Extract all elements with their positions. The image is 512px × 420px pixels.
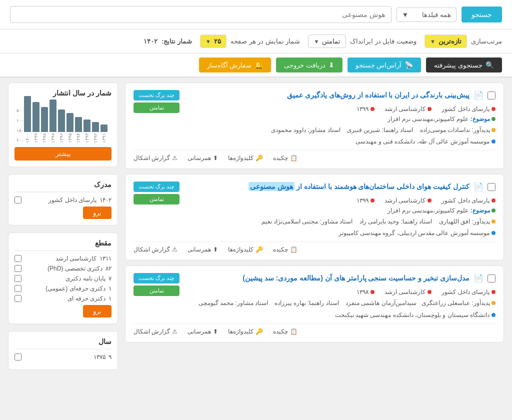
complete-badge[interactable]: تمامتن [134, 194, 180, 204]
y-label: ۲۰۰ [16, 138, 24, 143]
year-checkbox[interactable] [14, 354, 22, 360]
keywords-action[interactable]: 🔑 کلیدواژه‌ها [228, 246, 263, 253]
degree-filter-title: مدرک [14, 180, 112, 192]
status-dropdown-arrow: ▼ [314, 38, 319, 44]
card-actions: ⚠ گزارش اشکال ⬆ همرسانی 🔑 کلیدواژه‌ها 📋 … [134, 242, 496, 253]
fields-dropdown[interactable]: همه فیلدها ▼ [396, 8, 456, 22]
result-card: چند برگ نخست تمامتن 📄 پیش‌بینی بارندگی د… [125, 82, 504, 169]
level-checkbox[interactable] [14, 275, 22, 282]
card-title-row: 📄 پیش‌بینی بارندگی در ایران با استفاده ا… [134, 90, 496, 100]
result-card: چند برگ نخست تمامتن 📄 کنترل کیفیت هوای د… [125, 174, 504, 260]
author-text: پدیدآور: عباسعلی زراعتگری [422, 300, 490, 306]
keywords-label: کلیدواژه‌ها [228, 246, 254, 253]
advanced-search-button[interactable]: 🔍 جستجوی پیشرفته [426, 58, 502, 72]
filter-item: ۷ پایان نامه دکتری [14, 275, 112, 282]
level-go-button[interactable]: برو [83, 305, 112, 318]
institute-dot [492, 313, 496, 317]
search-input[interactable] [10, 6, 392, 23]
degree-filter-card: مدرک ۱۴۰۲ پارسای داخل کشور برو [8, 174, 118, 226]
y-label: ۵۰ [16, 108, 24, 113]
year-value: ۱۳۷۵ [94, 354, 106, 360]
chart-bar-item: ۱۴۰۰ [24, 96, 31, 143]
status-dropdown[interactable]: تمامتن ▼ [308, 34, 346, 48]
level-checkbox[interactable] [14, 255, 22, 262]
year-text: ۱۳۹۹ [356, 106, 368, 112]
keywords-action[interactable]: 🔑 کلیدواژه‌ها [228, 328, 263, 335]
card-title[interactable]: پیش‌بینی بارندگی در ایران با استفاده از … [134, 90, 470, 100]
perpage-dropdown[interactable]: ۲۵ ▼ [200, 34, 226, 48]
status-value: تمامتن [322, 38, 340, 45]
sort-filter-group: مرتب‌سازی تازه‌ترین ▼ [424, 34, 502, 48]
author-dot [492, 301, 496, 305]
share-icon: ⬆ [213, 154, 218, 162]
level-label: کارشناسی ارشد [56, 255, 96, 262]
institute-text: موسسه آموزش عالی آل طه، دانشکده فنی و مه… [356, 138, 490, 145]
result-count-label: شمار نتایج: [162, 38, 192, 45]
abstract-icon: 📋 [290, 246, 298, 253]
location-meta: پارسای داخل کشور [442, 288, 496, 296]
chart-bar [100, 124, 108, 132]
more-button[interactable]: بیشتر [14, 147, 112, 160]
card-checkbox[interactable] [488, 92, 496, 100]
chart-bar-label: ۱۳۹۵ [68, 133, 72, 143]
rss-button[interactable]: 📡 آراس‌اس جستجو [348, 58, 422, 72]
card-title[interactable]: مدل‌سازی تبخیر و حساسیت سنجی پارامتر های… [134, 273, 470, 284]
complete-badge[interactable]: تمامتن [134, 286, 180, 296]
chart-bar-item: ۱۳۹۱ [100, 124, 108, 143]
level-label: دکتری حرفه ای [68, 295, 106, 302]
results-section: چند برگ نخست تمامتن 📄 پیش‌بینی بارندگی د… [125, 82, 504, 342]
card-checkbox[interactable] [488, 183, 496, 191]
abstract-action[interactable]: 📋 چکیده [273, 328, 298, 335]
abstract-action[interactable]: 📋 چکیده [273, 246, 298, 253]
level-checkbox[interactable] [14, 285, 22, 292]
card-title[interactable]: کنترل کیفیت هوای داخلی ساختمان‌های هوشمن… [134, 182, 470, 192]
degree-dot [428, 107, 432, 111]
level-checkbox[interactable] [14, 295, 22, 302]
year-filter-card: سال ۹ ۱۳۷۵ [8, 331, 118, 370]
subject-label: موضوع: [470, 207, 490, 214]
degree-checkbox[interactable] [14, 196, 22, 204]
degree-dot [428, 290, 432, 294]
card-checkbox[interactable] [488, 274, 496, 282]
card-advisors: پدیدآور: ندا‌سادات موسی‌زاده استاد راهنم… [134, 126, 496, 135]
alert-button[interactable]: 🔔 سفارش آگاه‌ساز [199, 58, 272, 72]
first-page-badge[interactable]: چند برگ نخست [134, 273, 180, 284]
author-dot [492, 128, 496, 132]
complete-badge[interactable]: تمامتن [134, 102, 180, 113]
first-page-badge[interactable]: چند برگ نخست [134, 90, 180, 100]
report-label: گزارش اشکال [134, 246, 170, 253]
level-count: ۱ [108, 295, 112, 302]
chart-container: ۱۴۰۰۱۳۹۹۱۳۹۸۱۳۹۷۱۳۹۶۱۳۹۵۱۳۹۴۱۳۹۳۱۳۹۲۱۳۹۱ [24, 103, 108, 143]
location-dot [492, 290, 496, 294]
chart-bar-item: ۱۳۹۵ [66, 113, 74, 143]
degree-dot [428, 198, 432, 202]
first-page-badge[interactable]: چند برگ نخست [134, 182, 180, 192]
download-button[interactable]: ⬇ دریافت خروجی [276, 58, 342, 72]
institute-dot [492, 231, 496, 235]
rss-icon: 📡 [404, 61, 413, 69]
chart-bar-label: ۱۳۹۶ [59, 133, 64, 143]
level-count: ۸۲ [106, 265, 112, 272]
share-action[interactable]: ⬆ همرسانی [188, 328, 218, 335]
filter-item-left: ۱ دکتری حرفه ای [68, 295, 112, 302]
card-badges: چند برگ نخست تمامتن [134, 90, 180, 113]
card-actions: ⚠ گزارش اشکال ⬆ همرسانی 🔑 کلیدواژه‌ها 📋 … [134, 150, 496, 162]
keywords-action[interactable]: 🔑 کلیدواژه‌ها [228, 154, 263, 162]
share-action[interactable]: ⬆ همرسانی [188, 154, 218, 162]
card-badges: چند برگ نخست تمامتن [134, 273, 180, 296]
report-action[interactable]: ⚠ گزارش اشکال [134, 328, 178, 335]
search-button[interactable]: جستجو [462, 6, 502, 22]
year-text: ۱۳۹۹ [356, 197, 368, 204]
abstract-action[interactable]: 📋 چکیده [273, 154, 298, 162]
sort-dropdown[interactable]: تازه‌ترین ▼ [424, 34, 467, 48]
degree-go-button[interactable]: برو [83, 206, 112, 219]
report-action[interactable]: ⚠ گزارش اشکال [134, 246, 178, 253]
degree-text: کارشناسی ارشد [384, 197, 426, 204]
degree-meta: کارشناسی ارشد [384, 106, 432, 112]
filter-item: ۹ ۱۳۷۵ [14, 354, 112, 360]
action-bar-inner: 🔍 جستجوی پیشرفته 📡 آراس‌اس جستجو ⬇ دریاف… [199, 58, 502, 72]
report-action[interactable]: ⚠ گزارش اشکال [134, 154, 178, 162]
level-checkbox[interactable] [14, 265, 22, 272]
share-action[interactable]: ⬆ همرسانی [188, 246, 218, 253]
filter-item: ۱ دکتری حرفه ای [14, 295, 112, 302]
